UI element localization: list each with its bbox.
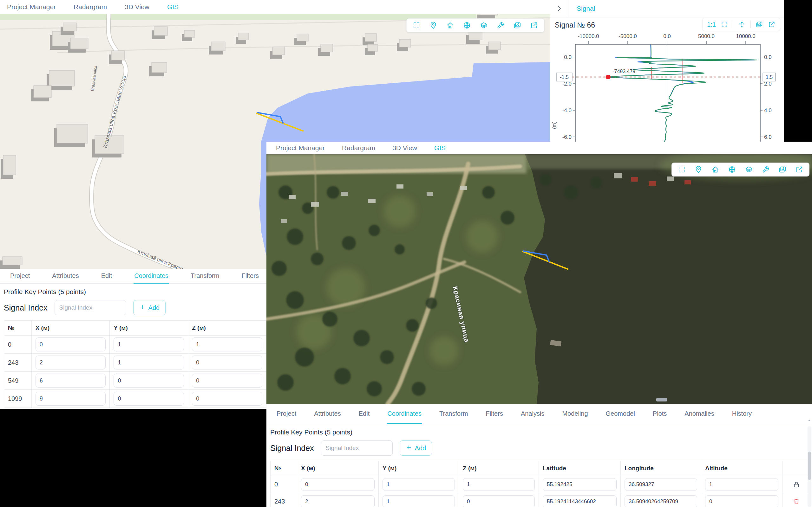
- column-header: X (м): [297, 461, 379, 476]
- z-input[interactable]: [192, 392, 262, 406]
- home-icon[interactable]: [711, 165, 719, 174]
- svg-text:-2.0: -2.0: [562, 81, 571, 87]
- column-header: Latitude: [539, 461, 621, 476]
- y-input[interactable]: [113, 392, 184, 406]
- tab-gis[interactable]: GIS: [434, 144, 446, 152]
- images-icon[interactable]: [513, 21, 521, 30]
- lock-icon[interactable]: [782, 481, 810, 489]
- vertical-scrollbar[interactable]: [808, 426, 811, 507]
- tab-project[interactable]: Project: [9, 269, 31, 284]
- svg-text:4.0: 4.0: [764, 107, 772, 113]
- svg-text:10000.0: 10000.0: [736, 33, 755, 39]
- tab-transform[interactable]: Transform: [190, 269, 220, 284]
- cursor-marker: [606, 75, 611, 79]
- tab-transform[interactable]: Transform: [439, 404, 468, 424]
- y-input[interactable]: [113, 337, 184, 351]
- properties-tabs: ProjectAttributesEditCoordinatesTransfor…: [0, 269, 266, 284]
- trash-icon[interactable]: [782, 498, 810, 506]
- signal-chart[interactable]: -7493.479-10000.0-5000.00.05000.010000.0…: [550, 0, 784, 142]
- signal-index-input[interactable]: [321, 441, 393, 456]
- pin-icon[interactable]: [429, 21, 438, 30]
- svg-text:6.0: 6.0: [764, 134, 772, 140]
- view-tabs: Project ManagerRadargram3D ViewGIS: [266, 142, 812, 154]
- lat-input[interactable]: [543, 495, 617, 507]
- tab-gis[interactable]: GIS: [167, 3, 179, 11]
- x-input[interactable]: [36, 337, 106, 351]
- tab-edit[interactable]: Edit: [101, 269, 113, 284]
- satellite-map-canvas[interactable]: Красивая улица: [266, 154, 812, 404]
- tab-3d-view[interactable]: 3D View: [392, 144, 417, 152]
- images-icon[interactable]: [778, 165, 786, 174]
- globe-icon[interactable]: [463, 21, 471, 30]
- pin-icon[interactable]: [694, 165, 703, 174]
- satellite-map-view[interactable]: Красивая улица: [266, 154, 812, 404]
- x-input[interactable]: [36, 355, 106, 370]
- key-points-table: №X (м)Y (м)Z (м)LatitudeLongitudeAltitud…: [270, 461, 810, 507]
- export-icon[interactable]: [795, 165, 803, 174]
- add-button-label: Add: [148, 304, 160, 312]
- tab-3d-view[interactable]: 3D View: [125, 3, 149, 11]
- tab-project[interactable]: Project: [276, 404, 297, 424]
- tab-anomalies[interactable]: Anomalies: [684, 404, 715, 424]
- tab-edit[interactable]: Edit: [358, 404, 370, 424]
- lon-input[interactable]: [624, 495, 697, 507]
- svg-text:-10000.0: -10000.0: [577, 33, 599, 39]
- x-input[interactable]: [36, 392, 106, 406]
- tab-geomodel[interactable]: Geomodel: [605, 404, 636, 424]
- lat-input[interactable]: [543, 478, 617, 491]
- add-point-button[interactable]: Add: [400, 441, 432, 456]
- x-input[interactable]: [36, 374, 106, 388]
- wrench-icon[interactable]: [762, 165, 770, 174]
- fullscreen-icon[interactable]: [412, 21, 420, 30]
- z-input[interactable]: [192, 355, 262, 370]
- layers-icon[interactable]: [745, 165, 753, 174]
- row-number: 0: [270, 476, 297, 493]
- add-point-button[interactable]: Add: [133, 300, 166, 315]
- tab-radargram[interactable]: Radargram: [342, 144, 375, 152]
- tab-attributes[interactable]: Attributes: [51, 269, 79, 284]
- lon-input[interactable]: [624, 478, 697, 491]
- tab-coordinates[interactable]: Coordinates: [387, 404, 422, 424]
- column-header: Longitude: [621, 461, 701, 476]
- export-icon[interactable]: [530, 21, 538, 30]
- plus-icon: [139, 304, 146, 312]
- scrollbar-handle[interactable]: [808, 452, 811, 480]
- tab-modeling[interactable]: Modeling: [561, 404, 589, 424]
- tab-history[interactable]: History: [731, 404, 752, 424]
- tab-attributes[interactable]: Attributes: [313, 404, 341, 424]
- home-icon[interactable]: [446, 21, 454, 30]
- y-input[interactable]: [383, 495, 455, 507]
- tab-radargram[interactable]: Radargram: [73, 3, 107, 11]
- svg-text:0.0: 0.0: [663, 33, 671, 39]
- satellite-gis-panel: Project ManagerRadargram3D ViewGIS Краси…: [266, 142, 812, 404]
- z-input[interactable]: [463, 478, 535, 491]
- table-row: [4, 408, 266, 409]
- tab-filters[interactable]: Filters: [485, 404, 503, 424]
- wrench-icon[interactable]: [496, 21, 505, 30]
- signal-index-input[interactable]: [55, 300, 126, 315]
- fullscreen-icon[interactable]: [677, 165, 686, 174]
- z-input[interactable]: [192, 374, 262, 388]
- scroll-up-icon[interactable]: [807, 418, 812, 424]
- alt-input[interactable]: [705, 478, 778, 491]
- globe-icon[interactable]: [728, 165, 736, 174]
- z-input[interactable]: [192, 337, 262, 351]
- tab-analysis[interactable]: Analysis: [520, 404, 545, 424]
- row-number: 0: [4, 336, 32, 354]
- tab-project-manager[interactable]: Project Manager: [276, 144, 325, 152]
- tab-coordinates[interactable]: Coordinates: [134, 269, 169, 284]
- row-number: 549: [4, 372, 32, 390]
- layers-icon[interactable]: [479, 21, 488, 30]
- x-input[interactable]: [301, 495, 374, 507]
- z-input[interactable]: [463, 495, 535, 507]
- tab-filters[interactable]: Filters: [241, 269, 259, 284]
- svg-text:-5000.0: -5000.0: [618, 33, 637, 39]
- y-input[interactable]: [383, 478, 455, 491]
- alt-input[interactable]: [705, 495, 778, 507]
- tab-project-manager[interactable]: Project Manager: [7, 3, 56, 11]
- x-input[interactable]: [301, 478, 374, 491]
- column-header: Z (м): [459, 461, 539, 476]
- y-input[interactable]: [113, 374, 184, 388]
- tab-plots[interactable]: Plots: [652, 404, 667, 424]
- y-input[interactable]: [113, 355, 184, 370]
